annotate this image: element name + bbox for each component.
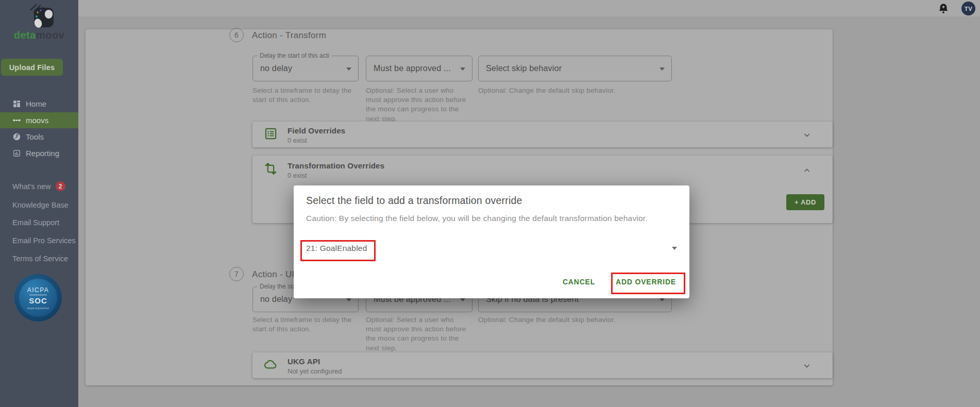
sidebar-item-label: moovs [26,116,48,125]
step7-skip-helper: Optional: Change the default skip behavi… [478,315,648,325]
step6-approver-select[interactable]: Must be approved ... [366,56,472,81]
step6-skip-helper: Optional: Change the default skip behavi… [478,86,648,95]
sidebar-item-tools[interactable]: Tools [0,129,78,144]
sidebar-item-home[interactable]: Home [0,96,78,111]
cancel-button[interactable]: CANCEL [563,278,595,286]
add-override-button[interactable]: ADD OVERRIDE [616,278,676,286]
field-overrides-icon [264,127,278,141]
notifications-button[interactable] [937,2,950,15]
chevron-down-icon [346,298,351,301]
sidebar-link-knowledge-base[interactable]: Knowledge Base [12,201,69,209]
wrench-icon [12,132,21,141]
bell-plus-icon [937,2,950,15]
chevron-down-icon [672,247,677,250]
delay-select-label: Delay the start of this acti [258,52,331,59]
chevron-down-icon [660,67,665,71]
sidebar-link-email-support[interactable]: Email Support [12,218,59,227]
sidebar-item-moovs[interactable]: moovs [0,112,78,128]
chevron-down-icon [802,130,812,140]
field-overrides-accordion[interactable]: Field Overrides 0 exist [252,122,833,147]
step6-skip-behavior-select[interactable]: Select skip behavior [478,56,672,81]
sidebar-link-email-pro-services[interactable]: Email Pro Services [12,236,75,245]
dialog-actions: CANCEL ADD OVERRIDE [563,272,676,292]
chevron-down-icon [460,67,465,71]
top-bar [78,0,980,16]
upload-files-button[interactable]: Upload Files [1,59,63,76]
dialog-caution-text: Caution: By selecting the field below, y… [306,214,648,223]
chevron-down-icon [346,67,351,71]
sidebar-link-terms-of-service[interactable]: Terms of Service [12,255,68,263]
add-override-open-button[interactable]: + ADD [786,194,824,210]
chevron-down-icon [660,298,665,301]
chevron-down-icon [460,298,465,301]
field-select-value: 21: GoalEnabled [306,244,367,253]
aicpa-soc-badge: AICPA SOC aicpa.org/soc4so [14,274,62,321]
sidebar: detamoov Upload Files Home moovs Tools R… [0,0,78,407]
dots-icon [12,116,21,125]
step7-title: Action - UK [252,269,298,280]
step6-delay-select[interactable]: no delay [252,56,359,81]
step-number-badge: 7 [229,267,244,281]
sidebar-item-label: Reporting [26,149,59,158]
chevron-down-icon [802,361,812,371]
sidebar-item-label: Tools [26,132,44,141]
step6-title: Action - Transform [252,30,326,41]
step-number-badge: 6 [229,28,244,42]
transformation-overrides-icon [264,162,278,176]
whats-new-count-badge: 2 [56,181,65,191]
dialog-title: Select the field to add a transformation… [306,195,522,207]
step6-approver-helper: Optional: Select a user who must approve… [366,86,466,124]
dashboard-icon [12,99,21,108]
field-select[interactable]: 21: GoalEnabled [294,237,689,260]
step7-delay-helper: Select a timeframe to delay the start of… [252,315,356,334]
cloud-icon [264,358,278,371]
bar-chart-icon [12,149,21,158]
sidebar-link-whats-new[interactable]: What's new 2 [12,181,65,191]
sidebar-item-reporting[interactable]: Reporting [0,145,78,161]
avatar[interactable]: TV [961,2,975,15]
logo-icon [19,3,60,28]
ukg-api-accordion[interactable]: UKG API Not yet configured [252,352,833,378]
chevron-up-icon [802,165,812,175]
sidebar-item-label: Home [26,99,46,108]
step7-approver-helper: Optional: Select a user who must approve… [366,315,466,353]
add-transformation-override-dialog: Select the field to add a transformation… [294,185,689,298]
logo: detamoov [0,29,78,41]
step6-delay-helper: Select a timeframe to delay the start of… [252,86,356,105]
